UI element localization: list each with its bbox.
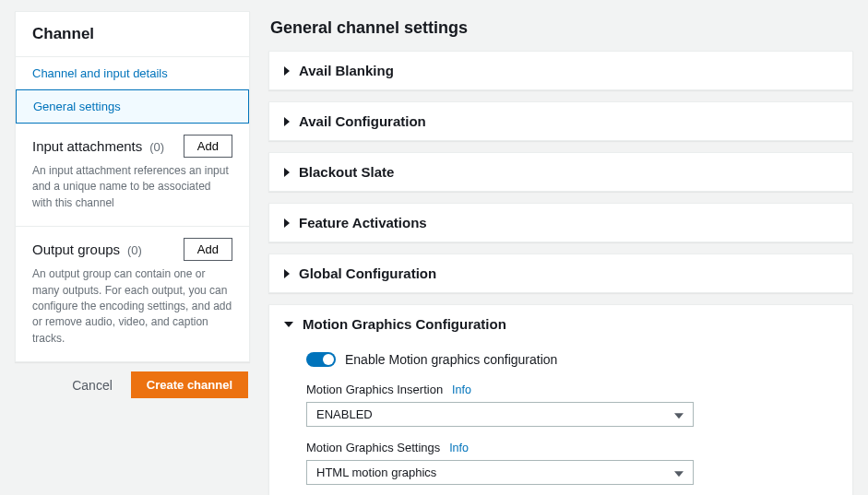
sidebar-actions: Cancel Create channel — [15, 362, 250, 407]
blackout-slate-panel: Blackout Slate — [268, 152, 853, 192]
motion-settings-info-link[interactable]: Info — [449, 442, 469, 454]
nav-channel-details[interactable]: Channel and input details — [16, 57, 249, 90]
caret-right-icon — [284, 269, 290, 278]
output-groups-title: Output groups — [32, 242, 120, 257]
global-config-header[interactable]: Global Configuration — [269, 254, 852, 292]
output-groups-count: (0) — [127, 243, 142, 257]
create-channel-button[interactable]: Create channel — [131, 371, 248, 398]
caret-right-icon — [284, 66, 290, 76]
input-attachments-section: Input attachments (0) Add An input attac… — [16, 123, 249, 226]
motion-graphics-title: Motion Graphics Configuration — [303, 316, 506, 332]
caret-right-icon — [284, 218, 290, 228]
feature-activations-title: Feature Activations — [299, 215, 427, 230]
global-config-panel: Global Configuration — [268, 253, 853, 293]
blackout-slate-title: Blackout Slate — [299, 164, 394, 180]
motion-insertion-label: Motion Graphics Insertion — [306, 383, 443, 396]
add-input-button[interactable]: Add — [184, 135, 232, 158]
global-config-title: Global Configuration — [299, 265, 436, 281]
motion-graphics-toggle-label: Enable Motion graphics configuration — [345, 352, 557, 367]
avail-config-title: Avail Configuration — [299, 113, 426, 129]
motion-settings-value: HTML motion graphics — [316, 466, 436, 479]
blackout-slate-header[interactable]: Blackout Slate — [269, 153, 852, 191]
feature-activations-header[interactable]: Feature Activations — [269, 204, 852, 242]
add-output-button[interactable]: Add — [184, 238, 232, 261]
caret-right-icon — [284, 168, 290, 177]
nav-general-settings[interactable]: General settings — [16, 89, 249, 124]
sidebar-panel: Channel Channel and input details Genera… — [15, 11, 250, 362]
avail-blanking-panel: Avail Blanking — [268, 51, 853, 90]
motion-insertion-value: ENABLED — [316, 407, 373, 421]
avail-blanking-title: Avail Blanking — [299, 63, 394, 78]
motion-graphics-header[interactable]: Motion Graphics Configuration — [269, 305, 852, 343]
caret-down-icon — [284, 322, 293, 327]
input-attachments-desc: An input attachment references an input … — [32, 163, 232, 211]
output-groups-section: Output groups (0) Add An output group ca… — [16, 226, 249, 361]
caret-right-icon — [284, 117, 290, 126]
page-title: General channel settings — [268, 11, 853, 51]
motion-insertion-info-link[interactable]: Info — [452, 383, 471, 396]
avail-blanking-header[interactable]: Avail Blanking — [269, 52, 852, 89]
motion-graphics-panel: Motion Graphics Configuration Enable Mot… — [268, 304, 853, 495]
avail-config-panel: Avail Configuration — [268, 101, 853, 141]
motion-settings-label: Motion Graphics Settings — [306, 441, 440, 454]
input-attachments-count: (0) — [149, 140, 164, 154]
avail-config-header[interactable]: Avail Configuration — [269, 102, 852, 140]
input-attachments-title: Input attachments — [32, 138, 142, 154]
motion-insertion-select[interactable]: ENABLED — [306, 402, 694, 427]
cancel-button[interactable]: Cancel — [59, 372, 125, 398]
motion-settings-select[interactable]: HTML motion graphics — [306, 460, 694, 485]
motion-graphics-body: Enable Motion graphics configuration Mot… — [269, 343, 852, 495]
motion-graphics-toggle[interactable] — [306, 352, 336, 367]
output-groups-desc: An output group can contain one or many … — [32, 266, 232, 347]
sidebar-title: Channel — [16, 12, 249, 57]
feature-activations-panel: Feature Activations — [268, 203, 853, 242]
